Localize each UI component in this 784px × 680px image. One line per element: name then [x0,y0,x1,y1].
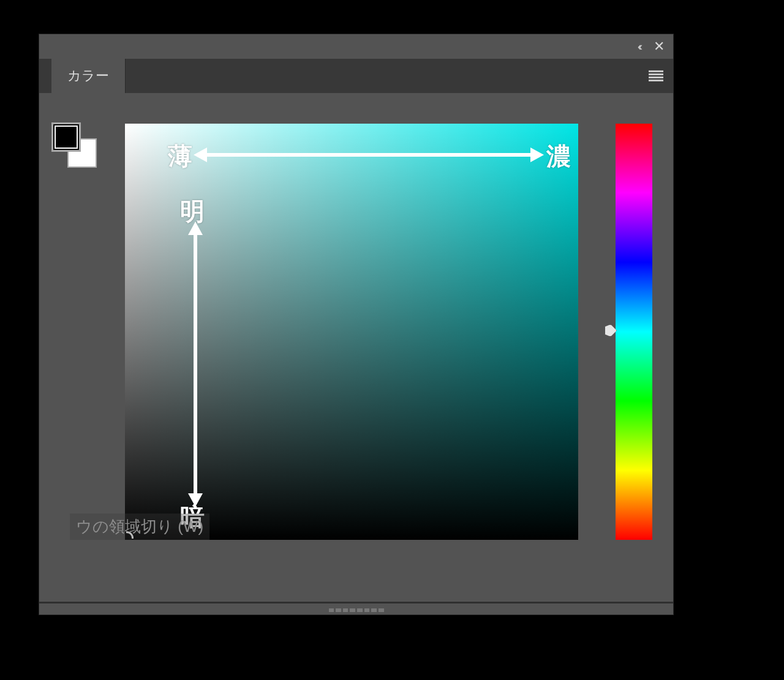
close-icon[interactable]: ✕ [654,39,665,54]
hue-slider[interactable] [616,124,652,540]
saturation-brightness-field[interactable] [125,124,578,540]
panel-footer-divider [39,602,673,603]
flyout-menu-icon[interactable] [649,70,663,81]
hue-slider-thumb[interactable] [605,324,617,337]
foreground-color-swatch[interactable] [51,122,81,152]
collapse-icon[interactable]: ‹‹ [638,40,640,53]
color-panel: ‹‹ ✕ カラー 薄 濃 明 暗 ウの領域切り [39,34,674,615]
panel-tabbar: カラー [39,59,673,93]
panel-body: 薄 濃 明 暗 ウの領域切り (W) [39,93,673,615]
fg-bg-swatches[interactable] [51,122,97,168]
panel-titlebar: ‹‹ ✕ [39,34,673,59]
brightness-gradient [125,124,578,540]
resize-grip-icon[interactable] [329,607,384,612]
tab-color[interactable]: カラー [51,59,126,93]
